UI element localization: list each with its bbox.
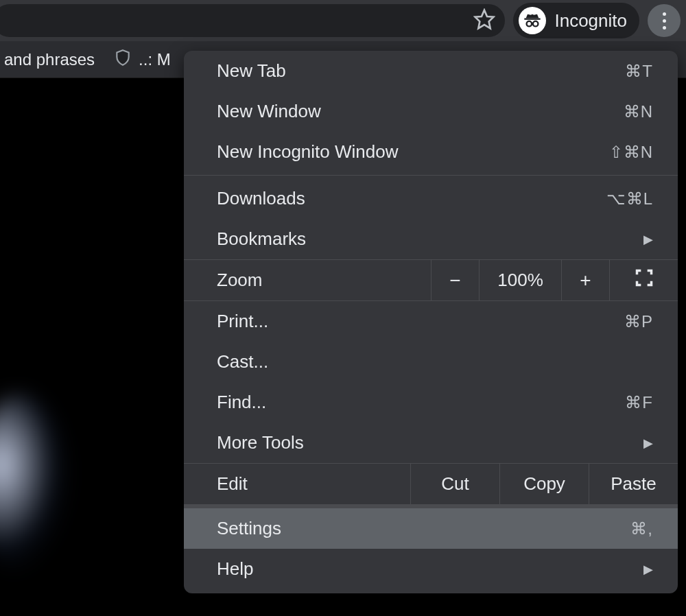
menu-item-bookmarks[interactable]: Bookmarks ▶ [184,219,678,259]
menu-item-more-tools[interactable]: More Tools ▶ [184,423,678,463]
menu-label: New Tab [217,60,286,82]
edit-copy-button[interactable]: Copy [499,464,589,504]
zoom-value: 100% [479,260,561,300]
svg-point-2 [527,21,532,26]
menu-item-downloads[interactable]: Downloads ⌥⌘L [184,178,678,219]
menu-label: Bookmarks [217,228,306,250]
menu-shortcut: ⌘N [624,102,653,121]
edit-paste-button[interactable]: Paste [589,464,678,504]
menu-item-find[interactable]: Find... ⌘F [184,382,678,423]
bookmark-item[interactable]: ..: M [110,49,175,71]
fullscreen-icon [635,268,654,292]
menu-item-print[interactable]: Print... ⌘P [184,301,678,342]
menu-label: Find... [217,392,266,413]
zoom-label: Zoom [184,260,431,300]
overflow-menu-button[interactable] [648,4,681,37]
menu-item-edit: Edit Cut Copy Paste [184,463,678,505]
edit-label: Edit [184,464,410,504]
kebab-icon [663,12,666,29]
incognito-indicator[interactable]: Incognito [513,3,639,38]
menu-item-new-incognito[interactable]: New Incognito Window ⇧⌘N [184,132,678,172]
menu-label: Help [217,558,253,580]
svg-marker-0 [475,10,494,29]
menu-item-new-window[interactable]: New Window ⌘N [184,91,678,132]
menu-shortcut: ⌘, [630,519,653,538]
menu-item-settings[interactable]: Settings ⌘, [184,508,678,549]
menu-divider [184,175,678,176]
bookmark-label: ..: M [139,50,171,69]
menu-item-cast[interactable]: Cast... [184,342,678,382]
menu-label: Settings [217,518,281,539]
menu-label: Cast... [217,351,268,372]
zoom-in-button[interactable]: + [561,260,609,300]
svg-rect-1 [525,19,541,20]
browser-toolbar: Incognito [0,0,686,41]
menu-item-zoom: Zoom − 100% + [184,259,678,301]
blurred-image [0,394,69,572]
chrome-overflow-menu: New Tab ⌘T New Window ⌘N New Incognito W… [184,51,678,593]
chevron-right-icon: ▶ [643,562,653,577]
menu-label: Print... [217,311,268,332]
incognito-icon [519,7,546,34]
edit-cut-button[interactable]: Cut [410,464,499,504]
menu-label: New Window [217,101,321,122]
menu-shortcut: ⌘P [624,312,653,331]
svg-point-3 [533,21,538,26]
incognito-label: Incognito [554,10,627,32]
address-bar[interactable] [0,4,505,37]
menu-item-help[interactable]: Help ▶ [184,549,678,589]
bookmark-label: and phrases [4,50,95,69]
zoom-out-button[interactable]: − [431,260,479,300]
chevron-right-icon: ▶ [643,232,653,247]
menu-shortcut: ⌘T [625,62,653,81]
menu-shortcut: ⌥⌘L [606,189,653,209]
menu-label: New Incognito Window [217,141,398,163]
bookmark-item[interactable]: and phrases [0,50,99,69]
fullscreen-button[interactable] [609,260,678,300]
menu-label: Downloads [217,188,305,209]
menu-shortcut: ⌘F [625,393,653,412]
menu-label: More Tools [217,432,304,453]
chevron-right-icon: ▶ [643,436,653,451]
shield-icon [114,49,132,71]
bookmark-star-icon[interactable] [473,8,495,33]
menu-shortcut: ⇧⌘N [609,143,653,162]
menu-item-new-tab[interactable]: New Tab ⌘T [184,51,678,91]
